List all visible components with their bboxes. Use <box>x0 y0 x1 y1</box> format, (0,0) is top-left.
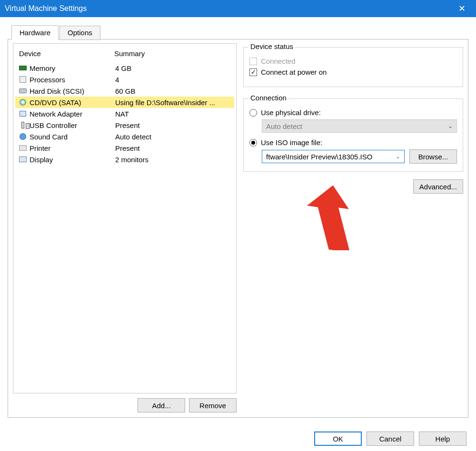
printer-icon <box>18 144 28 152</box>
device-list-header: Device Summary <box>15 48 234 62</box>
tab-hardware[interactable]: Hardware <box>11 25 59 39</box>
cancel-button[interactable]: Cancel <box>367 431 414 446</box>
list-item-harddisk[interactable]: Hard Disk (SCSI) 60 GB <box>15 85 234 97</box>
device-summary: Present <box>115 144 231 152</box>
sound-icon <box>18 132 28 141</box>
col-device: Device <box>19 49 114 58</box>
device-name: Sound Card <box>30 133 115 141</box>
iso-file-combo[interactable]: ftware\Insider Preview\18305.ISO ⌄ <box>262 150 405 163</box>
device-name: Hard Disk (SCSI) <box>30 87 115 95</box>
iso-file-value: ftware\Insider Preview\18305.ISO <box>266 153 372 161</box>
chevron-down-icon: ⌄ <box>396 153 400 160</box>
iso-file-row: ftware\Insider Preview\18305.ISO ⌄ Brows… <box>262 149 457 164</box>
radio-icon <box>249 139 257 147</box>
ok-button[interactable]: OK <box>314 431 362 446</box>
add-button[interactable]: Add... <box>138 398 185 412</box>
radio-icon <box>249 109 257 117</box>
device-name: Printer <box>30 144 115 152</box>
device-name: Display <box>30 156 115 164</box>
device-summary: 60 GB <box>115 87 231 95</box>
advanced-row: Advanced... <box>243 179 463 194</box>
tab-page-hardware: Device Summary Memory 4 GB Processors 4 … <box>8 39 468 418</box>
advanced-button[interactable]: Advanced... <box>413 179 463 194</box>
connect-power-on-label: Connect at power on <box>261 68 327 76</box>
connect-power-on-checkbox-row[interactable]: ✓ Connect at power on <box>249 68 457 76</box>
close-icon[interactable]: ✕ <box>452 3 471 14</box>
list-item-processors[interactable]: Processors 4 <box>15 74 234 85</box>
details-pane: Device status Connected ✓ Connect at pow… <box>243 43 463 412</box>
device-list: Device Summary Memory 4 GB Processors 4 … <box>13 43 237 393</box>
dialog-footer: OK Cancel Help <box>0 426 476 451</box>
remove-button[interactable]: Remove <box>189 398 237 412</box>
title-bar: Virtual Machine Settings ✕ <box>0 0 476 17</box>
display-icon <box>18 155 28 164</box>
list-item-cddvd[interactable]: CD/DVD (SATA) Using file D:\Software\Ins… <box>15 97 234 108</box>
use-physical-label: Use physical drive: <box>261 108 321 117</box>
connected-checkbox-row[interactable]: Connected <box>249 57 457 65</box>
use-iso-label: Use ISO image file: <box>261 138 322 147</box>
device-summary: Auto detect <box>115 133 231 141</box>
device-list-buttons: Add... Remove <box>13 398 237 412</box>
list-item-usb[interactable]: USB Controller Present <box>15 119 234 131</box>
col-summary: Summary <box>114 49 145 58</box>
cpu-icon <box>18 75 28 84</box>
tab-strip: Hardware Options <box>11 25 468 39</box>
connection-legend: Connection <box>248 94 288 102</box>
use-physical-radio-row[interactable]: Use physical drive: <box>249 108 457 117</box>
usb-icon <box>18 121 28 129</box>
device-status-legend: Device status <box>248 42 295 50</box>
device-name: Memory <box>30 64 115 72</box>
device-summary: Using file D:\Software\Insider ... <box>115 98 231 107</box>
device-summary: 4 GB <box>115 64 231 72</box>
checkbox-icon: ✓ <box>249 69 257 76</box>
chevron-down-icon: ⌄ <box>448 123 453 129</box>
list-item-memory[interactable]: Memory 4 GB <box>15 62 234 74</box>
device-pane: Device Summary Memory 4 GB Processors 4 … <box>13 43 237 412</box>
disc-icon <box>18 98 28 107</box>
device-name: CD/DVD (SATA) <box>30 98 115 107</box>
checkbox-icon <box>249 58 257 65</box>
device-summary: Present <box>115 121 231 129</box>
physical-drive-value: Auto detect <box>266 122 302 130</box>
device-summary: 4 <box>115 76 231 84</box>
device-name: Processors <box>30 76 115 84</box>
harddisk-icon <box>18 87 28 95</box>
browse-button[interactable]: Browse... <box>409 149 457 164</box>
device-name: USB Controller <box>30 121 115 129</box>
physical-drive-combo[interactable]: Auto detect ⌄ <box>262 119 457 133</box>
device-summary: 2 monitors <box>115 156 231 164</box>
network-icon <box>18 109 28 118</box>
physical-drive-row: Auto detect ⌄ <box>262 119 457 133</box>
list-item-network[interactable]: Network Adapter NAT <box>15 108 234 119</box>
connection-group: Connection Use physical drive: Auto dete… <box>243 98 463 172</box>
device-summary: NAT <box>115 110 231 118</box>
window-title: Virtual Machine Settings <box>5 4 452 13</box>
list-item-printer[interactable]: Printer Present <box>15 142 234 154</box>
list-item-display[interactable]: Display 2 monitors <box>15 154 234 165</box>
device-name: Network Adapter <box>30 110 115 118</box>
connected-label: Connected <box>261 57 296 65</box>
list-item-sound[interactable]: Sound Card Auto detect <box>15 131 234 142</box>
dialog-body: Hardware Options Device Summary Memory 4… <box>0 17 476 426</box>
help-button[interactable]: Help <box>419 431 466 446</box>
memory-icon <box>18 64 28 72</box>
use-iso-radio-row[interactable]: Use ISO image file: <box>249 138 457 147</box>
device-status-group: Device status Connected ✓ Connect at pow… <box>243 47 463 87</box>
tab-options[interactable]: Options <box>60 26 100 40</box>
